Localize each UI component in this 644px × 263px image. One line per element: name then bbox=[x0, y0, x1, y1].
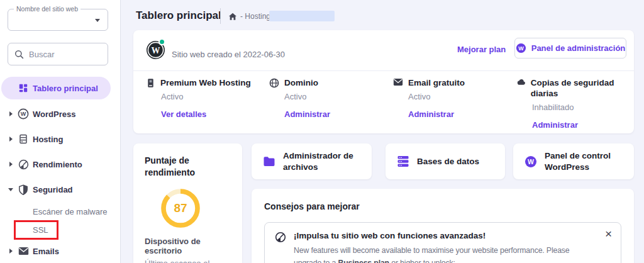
databases-card[interactable]: Bases de datos bbox=[386, 143, 505, 179]
chevron-right-icon bbox=[9, 162, 13, 167]
performance-score-value: 87 bbox=[160, 187, 201, 229]
chevron-right-icon bbox=[9, 137, 13, 142]
databases-label: Bases de datos bbox=[417, 156, 479, 167]
manage-backups-link[interactable]: Administrar bbox=[532, 120, 623, 130]
close-icon[interactable]: × bbox=[605, 228, 612, 240]
wordpress-icon: W bbox=[516, 43, 526, 53]
service-copias-de-seguridad: Copias de seguridad diarias Inhabilitado… bbox=[517, 78, 623, 130]
sidebar-item-label: SSL bbox=[33, 225, 48, 235]
banner-body: New features will become available to ma… bbox=[294, 245, 596, 263]
file-manager-card[interactable]: Administrador de archivos bbox=[252, 143, 372, 179]
shield-icon bbox=[18, 184, 29, 195]
envelope-icon bbox=[18, 245, 29, 257]
wordpress-icon: W bbox=[525, 155, 537, 168]
svg-text:W: W bbox=[528, 157, 534, 165]
svg-text:W: W bbox=[518, 45, 524, 52]
file-manager-label: Administrador de archivos bbox=[283, 150, 358, 172]
page-title: Tablero principal bbox=[136, 9, 221, 22]
banner-body-bold: Business plan bbox=[338, 259, 389, 263]
upgrade-banner: ¡Impulsa tu sitio web con funciones avan… bbox=[264, 222, 621, 263]
chevron-right-icon bbox=[9, 111, 13, 116]
site-created-text: Sitio web creado el 2022-06-30 bbox=[172, 50, 285, 59]
sidebar-item-label: Tablero principal bbox=[33, 84, 98, 93]
wordpress-panel-label: Panel de control WordPress bbox=[545, 150, 617, 172]
service-title: Premium Web Hosting bbox=[160, 78, 251, 89]
sidebar-item-ssl[interactable]: SSL bbox=[0, 221, 121, 238]
sidebar-item-emails[interactable]: Emails bbox=[0, 240, 121, 262]
service-dominio: Dominio Activo Administrar bbox=[269, 78, 384, 119]
tips-section-card: Consejos para mejorar ¡Impulsa tu sitio … bbox=[252, 189, 634, 263]
sidebar-item-label: Emails bbox=[33, 247, 59, 256]
service-status: Inhabilitado bbox=[532, 103, 623, 112]
sidebar-item-seguridad[interactable]: Seguridad bbox=[0, 178, 121, 201]
tips-section-title: Consejos para mejorar bbox=[264, 201, 621, 211]
wordpress-icon: W bbox=[18, 108, 29, 120]
sidebar-item-hosting[interactable]: Hosting bbox=[0, 128, 121, 150]
speedometer-icon bbox=[275, 232, 286, 245]
chevron-right-icon bbox=[9, 249, 13, 254]
status-green-dot bbox=[158, 38, 165, 45]
home-icon[interactable] bbox=[228, 12, 237, 23]
banner-title: ¡Impulsa tu sitio web con funciones avan… bbox=[294, 231, 596, 240]
sidebar-item-rendimiento[interactable]: Rendimiento bbox=[0, 153, 121, 176]
service-premium-web-hosting: Premium Web Hosting Activo Ver detalles bbox=[146, 78, 260, 119]
site-overview-card: W Sitio web creado el 2022-06-30 Mejorar… bbox=[133, 30, 634, 133]
dashboard-icon bbox=[18, 82, 29, 94]
wordpress-panel-card[interactable]: W Panel de control WordPress bbox=[513, 143, 634, 179]
service-title: Copias de seguridad diarias bbox=[531, 78, 623, 99]
performance-device-label: Dispositivo de escritorio bbox=[145, 237, 231, 255]
performance-last-scan: Último escaneo el 2023-09-20 bbox=[145, 258, 231, 263]
banner-body-text: or higher to unlock: bbox=[389, 259, 455, 263]
sidebar-item-label: Hosting bbox=[33, 135, 63, 144]
sidebar-item-label: Rendimiento bbox=[33, 160, 82, 169]
sidebar-item-tablero-principal[interactable]: Tablero principal bbox=[1, 77, 111, 99]
service-title: Email gratuito bbox=[408, 78, 465, 89]
cloud-icon bbox=[517, 78, 526, 86]
performance-card-title: Puntaje de rendimiento bbox=[145, 155, 214, 179]
service-status: Activo bbox=[408, 92, 508, 101]
speedometer-icon bbox=[18, 159, 29, 170]
sidebar-item-label: Escáner de malware bbox=[33, 207, 108, 216]
server-stack-icon bbox=[18, 133, 29, 145]
card-divider bbox=[133, 70, 634, 71]
sidebar-search[interactable] bbox=[8, 43, 108, 65]
performance-score-card: Puntaje de rendimiento 87 Dispositivo de… bbox=[133, 143, 242, 263]
site-selector-label: Nombre del sitio web bbox=[14, 5, 80, 13]
search-input[interactable] bbox=[29, 50, 98, 59]
site-selector[interactable]: Nombre del sitio web bbox=[8, 9, 108, 31]
server-tower-icon bbox=[146, 78, 155, 88]
view-details-link[interactable]: Ver detalles bbox=[161, 109, 260, 119]
svg-text:W: W bbox=[152, 46, 160, 55]
sidebar-item-wordpress[interactable]: W WordPress bbox=[0, 103, 121, 125]
header-divider bbox=[220, 8, 221, 24]
manage-domain-link[interactable]: Administrar bbox=[284, 109, 384, 119]
sidebar-item-label: WordPress bbox=[33, 109, 75, 119]
service-status: Activo bbox=[161, 92, 260, 101]
search-icon bbox=[14, 50, 24, 59]
chevron-down-icon bbox=[8, 188, 13, 191]
performance-gauge: 87 bbox=[160, 187, 201, 229]
sidebar: Nombre del sitio web Tablero principal bbox=[0, 0, 121, 263]
envelope-icon bbox=[393, 78, 403, 86]
service-status: Activo bbox=[284, 92, 384, 101]
sidebar-item-escaner-de-malware[interactable]: Escáner de malware bbox=[0, 203, 121, 220]
globe-icon bbox=[269, 78, 279, 88]
chevron-down-icon bbox=[95, 19, 100, 22]
breadcrumb-redacted-site-name bbox=[269, 11, 335, 21]
wp-admin-panel-button-label: Panel de administración bbox=[531, 43, 626, 53]
hpanel-dashboard: Nombre del sitio web Tablero principal bbox=[0, 0, 644, 263]
sidebar-item-label: Seguridad bbox=[33, 185, 73, 194]
folder-icon bbox=[263, 156, 275, 167]
upgrade-plan-link[interactable]: Mejorar plan bbox=[457, 45, 506, 54]
wp-admin-panel-button[interactable]: W Panel de administración bbox=[514, 38, 626, 59]
service-title: Dominio bbox=[284, 78, 318, 89]
database-icon bbox=[397, 155, 409, 167]
manage-email-link[interactable]: Administrar bbox=[408, 109, 508, 119]
svg-text:W: W bbox=[21, 111, 26, 117]
service-email-gratuito: Email gratuito Activo Administrar bbox=[393, 78, 508, 119]
